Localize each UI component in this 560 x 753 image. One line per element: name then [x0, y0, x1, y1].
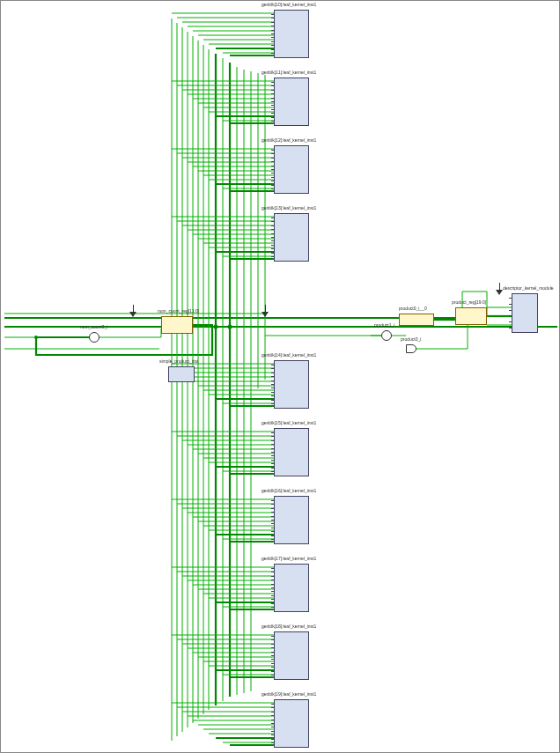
genblk-instance[interactable]: [274, 360, 309, 409]
genblk-instance-label: genblk[19]:leaf_kernel_inst1: [262, 692, 316, 697]
ground-icon: [262, 312, 269, 317]
genblk-instance-label: genblk[10]:leaf_kernel_inst1: [262, 3, 316, 7]
genblk-instance-label: genblk[18]:leaf_kernel_inst1: [262, 624, 316, 629]
simple-product-inst-label: simple_product_inst: [159, 359, 198, 364]
genblk-instance[interactable]: [274, 496, 309, 544]
num-count0-i-gate[interactable]: [89, 332, 99, 343]
genblk-instance[interactable]: [274, 428, 309, 476]
simple-product-inst[interactable]: [168, 366, 195, 382]
num-count-reg-label: num_count_reg[11:0]: [158, 309, 199, 314]
genblk-instance[interactable]: [274, 631, 309, 680]
genblk-instance-label: genblk[14]:leaf_kernel_inst1: [262, 353, 316, 358]
svg-point-1: [228, 325, 232, 329]
genblk-instance-label: genblk[11]:leaf_kernel_inst1: [262, 70, 316, 75]
product1-i-gate[interactable]: [381, 330, 392, 341]
product0-i0-label: product0_i__0: [399, 306, 427, 311]
svg-point-2: [34, 336, 38, 339]
genblk-instance-label: genblk[17]:leaf_kernel_inst1: [262, 557, 316, 561]
ground-icon: [129, 312, 136, 317]
product1-i-label: product1_i: [374, 323, 394, 328]
num-count-reg[interactable]: [161, 316, 193, 334]
genblk-instance[interactable]: [274, 145, 309, 194]
genblk-instance[interactable]: [274, 213, 309, 262]
output-module-label: descriptor_kernel_module: [503, 286, 554, 291]
ground-icon: [496, 290, 503, 295]
genblk-instance-label: genblk[13]:leaf_kernel_inst1: [262, 206, 316, 210]
genblk-instance[interactable]: [274, 699, 309, 748]
output-module-block[interactable]: [512, 293, 538, 333]
schematic-canvas: genblk[10]:leaf_kernel_inst1genblk[11]:l…: [0, 0, 560, 753]
num-count0-i-label: num_count0_i: [80, 325, 107, 329]
genblk-instance-label: genblk[12]:leaf_kernel_inst1: [262, 138, 316, 143]
genblk-instance[interactable]: [274, 10, 309, 58]
genblk-instance[interactable]: [274, 564, 309, 612]
product-reg[interactable]: [455, 307, 487, 325]
product-reg-label: product_reg[19:0]: [452, 300, 486, 305]
genblk-instance[interactable]: [274, 78, 309, 126]
genblk-instance-label: genblk[15]:leaf_kernel_inst1: [262, 421, 316, 425]
svg-point-0: [214, 325, 218, 329]
product0-i-label: product0_i: [401, 337, 421, 342]
product0-i0-block[interactable]: [399, 314, 434, 326]
genblk-instance-label: genblk[16]:leaf_kernel_inst1: [262, 489, 316, 493]
product0-i-gate[interactable]: [406, 344, 416, 353]
